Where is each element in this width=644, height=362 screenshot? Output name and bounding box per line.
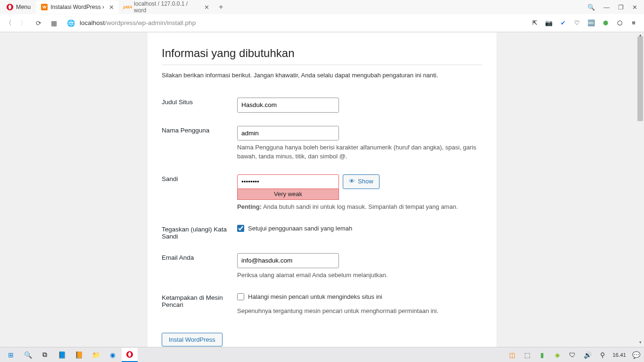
- eye-icon: 👁: [349, 177, 355, 187]
- username-label: Nama Pengguna: [162, 120, 237, 169]
- taskbar-app-2[interactable]: 📙: [71, 348, 87, 362]
- speed-dial-icon[interactable]: ▦: [49, 19, 58, 27]
- tray-app-icon[interactable]: ⬚: [522, 348, 532, 362]
- tab-phpmyadmin[interactable]: pMA localhost / 127.0.0.1 / word ✕: [120, 0, 214, 14]
- password-important-note: Penting: Anda butuh sandi ini untuk log …: [237, 203, 482, 212]
- easy-setup-icon[interactable]: ≡: [630, 19, 637, 27]
- opera-logo-icon: [7, 4, 13, 10]
- task-view-button[interactable]: ⧉: [37, 348, 53, 362]
- maximize-icon[interactable]: ❐: [618, 4, 624, 11]
- browser-chrome: Menu W Instalasi WordPress › ✕ pMA local…: [0, 0, 644, 33]
- phpmyadmin-favicon-icon: pMA: [124, 4, 131, 10]
- show-label: Show: [358, 177, 373, 187]
- translate-icon[interactable]: 🔤: [587, 19, 595, 27]
- share-icon[interactable]: ⇱: [531, 19, 538, 27]
- tray-wifi-icon[interactable]: ⚲: [597, 348, 608, 362]
- scrollbar[interactable]: ▴ ▾: [636, 33, 644, 347]
- install-form-container: Informasi yang dibutuhkan Silakan berika…: [148, 33, 496, 347]
- tray-security-icon[interactable]: 🛡: [567, 348, 578, 362]
- cube-icon[interactable]: ⬡: [616, 19, 623, 27]
- privacy-description: Sepenuhnya tergantung mesin pencari untu…: [237, 307, 482, 316]
- privacy-checkbox-label: Halangi mesin pencari untuk mengindeks s…: [248, 293, 382, 300]
- install-wordpress-button[interactable]: Instal WordPress: [162, 333, 223, 346]
- install-form: Judul Situs Nama Pengguna Nama Pengguna …: [162, 92, 482, 323]
- scroll-down-icon[interactable]: ▾: [636, 340, 644, 347]
- tray-notifications-icon[interactable]: 💬: [631, 348, 641, 362]
- window-controls: 🔍 — ❐ ✕: [583, 0, 642, 14]
- tab-title: localhost / 127.0.0.1 / word: [134, 0, 199, 14]
- opera-menu-button[interactable]: Menu: [2, 0, 35, 14]
- url-field[interactable]: 🌐 localhost/wordpress/wp-admin/install.p…: [64, 19, 522, 27]
- snapshot-icon[interactable]: 📷: [545, 19, 553, 27]
- email-description: Periksa ulang alamat email Anda sebelum …: [237, 271, 482, 280]
- close-icon[interactable]: ✕: [109, 4, 114, 11]
- tray-xampp-icon[interactable]: ◫: [507, 348, 517, 362]
- email-input[interactable]: [237, 253, 339, 268]
- privacy-checkbox[interactable]: [237, 293, 244, 300]
- close-icon[interactable]: ✕: [204, 4, 209, 11]
- forward-button[interactable]: 〉: [19, 19, 28, 27]
- weak-password-checkbox-label: Setujui penggunaan sandi yang lemah: [248, 225, 352, 232]
- address-bar: 〈 〉 ⟳ ▦ 🌐 localhost/wordpress/wp-admin/i…: [0, 14, 644, 32]
- globe-icon: 🌐: [67, 19, 75, 27]
- email-label: Email Anda: [162, 247, 237, 287]
- taskbar-clock[interactable]: 16.41: [612, 352, 626, 358]
- tab-wordpress-install[interactable]: W Instalasi WordPress › ✕: [36, 0, 119, 14]
- tray-nvidia-icon[interactable]: ◈: [552, 348, 562, 362]
- file-explorer-icon[interactable]: 📁: [88, 348, 104, 362]
- username-input[interactable]: [237, 126, 339, 141]
- adblock-icon[interactable]: ⬢: [602, 19, 609, 27]
- reload-button[interactable]: ⟳: [34, 19, 43, 27]
- new-tab-button[interactable]: +: [215, 3, 227, 11]
- site-title-label: Judul Situs: [162, 92, 237, 120]
- tray-flag-icon[interactable]: ▮: [537, 348, 547, 362]
- extension-tray: ⇱ 📷 ✔ ♡ 🔤 ⬢ ⬡ ≡: [528, 19, 640, 27]
- intro-text: Silakan berikan informasi berikut. Janga…: [162, 72, 482, 79]
- opera-taskbar-icon[interactable]: [122, 348, 138, 362]
- search-icon[interactable]: 🔍: [587, 4, 595, 11]
- username-description: Nama Pengguna hanya boleh berisi karakte…: [237, 143, 482, 161]
- password-label: Sandi: [162, 169, 237, 219]
- search-button[interactable]: 🔍: [20, 348, 36, 362]
- tab-title: Instalasi WordPress ›: [50, 4, 104, 10]
- heart-icon[interactable]: ♡: [573, 19, 581, 27]
- weak-password-confirm-row[interactable]: Setujui penggunaan sandi yang lemah: [237, 225, 482, 232]
- privacy-label: Ketampakan di Mesin Pencari: [162, 288, 237, 323]
- back-button[interactable]: 〈: [4, 19, 13, 27]
- tab-bar: Menu W Instalasi WordPress › ✕ pMA local…: [0, 0, 644, 14]
- confirm-password-label: Tegaskan (ulangi) Kata Sandi: [162, 219, 237, 247]
- windows-taskbar: ⊞ 🔍 ⧉ 📘 📙 📁 ◉ ◫ ⬚ ▮ ◈ 🛡 🔊 ⚲ 16.41 💬: [0, 347, 644, 362]
- minimize-icon[interactable]: —: [603, 4, 610, 11]
- shield-icon[interactable]: ✔: [559, 19, 567, 27]
- scrollbar-thumb[interactable]: [637, 36, 643, 121]
- tray-volume-icon[interactable]: 🔊: [582, 348, 593, 362]
- password-input[interactable]: [237, 174, 339, 189]
- menu-label: Menu: [16, 4, 31, 10]
- edge-browser-icon[interactable]: ◉: [105, 348, 121, 362]
- url-text: localhost/wordpress/wp-admin/install.php: [80, 19, 196, 26]
- close-window-icon[interactable]: ✕: [632, 4, 637, 11]
- privacy-checkbox-row[interactable]: Halangi mesin pencari untuk mengindeks s…: [237, 293, 482, 300]
- page-viewport: Informasi yang dibutuhkan Silakan berika…: [0, 33, 644, 347]
- wordpress-favicon-icon: W: [41, 4, 48, 10]
- show-password-button[interactable]: 👁 Show: [343, 174, 380, 189]
- password-strength-meter: Very weak: [237, 189, 339, 200]
- taskbar-app-1[interactable]: 📘: [54, 348, 70, 362]
- page-heading: Informasi yang dibutuhkan: [162, 47, 482, 65]
- start-button[interactable]: ⊞: [3, 348, 19, 362]
- weak-password-checkbox[interactable]: [237, 225, 244, 232]
- site-title-input[interactable]: [237, 98, 339, 113]
